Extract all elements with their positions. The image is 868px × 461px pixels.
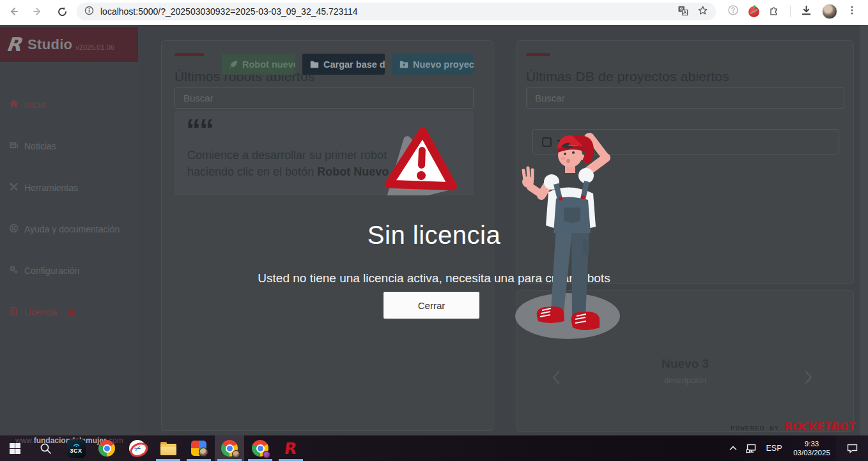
tray-chevron-up-icon[interactable] (725, 435, 741, 461)
taskbar-3cx-icon[interactable]: 3CX (61, 435, 91, 461)
news-icon (9, 140, 19, 152)
site-info-icon[interactable] (84, 6, 94, 18)
home-icon (9, 99, 19, 110)
license-doc-icon (9, 306, 19, 318)
page-viewport: R Studio v2025.01.06 Inicio Noticias Her… (0, 23, 868, 435)
quote-text: Comience a desarrollar su primer robot h… (187, 147, 389, 180)
warning-triangle-icon (382, 124, 460, 195)
sidebar-item-label: Inicio (24, 100, 45, 110)
url-text[interactable]: localhost:5000/?_202503030932=2025-03-03… (100, 6, 671, 17)
taskbar-chrome-secondary-icon[interactable] (245, 435, 275, 461)
rocket-icon (229, 60, 238, 68)
sidebar-item-licencia[interactable]: Licencia (0, 304, 138, 321)
rocketbot-wordmark: ROCKETBOT (784, 420, 855, 433)
product-version: v2025.01.06 (75, 43, 114, 51)
wifi-arcs-icon (72, 442, 81, 447)
download-icon[interactable] (800, 4, 812, 19)
browser-menu-icon[interactable] (847, 5, 857, 18)
db-panel-title: Últimas DB de proyectos abiertos (526, 69, 729, 84)
license-warning-icon (66, 306, 77, 318)
powered-by-label: POWERED BY (731, 425, 779, 432)
help-icon[interactable] (727, 4, 739, 19)
extensions-puzzle-icon[interactable] (769, 4, 780, 19)
toolbar-divider (790, 6, 791, 17)
robot-nuevo-button[interactable]: Robot nuevo (222, 54, 295, 75)
mascot-illustration (511, 130, 625, 342)
panel-accent-bar (526, 53, 550, 56)
folder-icon (310, 61, 319, 68)
modal-title: Sin licencia (0, 221, 868, 250)
nuevo-proyecto-button[interactable]: Nuevo proyecto (392, 54, 474, 75)
sidebar-item-herramientas[interactable]: Herramientas (0, 179, 138, 196)
back-icon[interactable] (6, 4, 20, 19)
tools-icon (9, 182, 19, 193)
tray-date: 03/03/2025 (793, 449, 830, 457)
sidebar-item-label: Noticias (24, 141, 56, 151)
quote-icon: ““ (186, 112, 213, 147)
taskbar: www.fundaciondelamujer.com 3CX ✂ (0, 435, 868, 461)
taskbar-google-app-icon[interactable] (184, 435, 213, 461)
action-center-icon[interactable] (836, 435, 868, 461)
cargar-db-button[interactable]: Cargar base de d (302, 54, 385, 75)
sidebar-item-label: Licencia (24, 307, 57, 317)
carousel-next-icon[interactable] (801, 368, 816, 386)
address-bar[interactable]: localhost:5000/?_202503030932=2025-03-03… (77, 3, 716, 20)
bookmark-star-icon[interactable] (697, 5, 708, 19)
folder-plus-icon (399, 61, 408, 68)
sidebar-item-noticias[interactable]: Noticias (0, 138, 138, 155)
start-button[interactable] (0, 435, 29, 461)
product-name: Studio (27, 36, 72, 53)
sidebar-item-inicio[interactable]: Inicio (0, 96, 138, 113)
taskbar-chrome-profile-icon[interactable] (215, 435, 244, 461)
cerrar-button[interactable]: Cerrar (384, 292, 479, 319)
db-search-input[interactable] (526, 87, 844, 109)
screen: localhost:5000/?_202503030932=2025-03-03… (0, 0, 868, 461)
taskbar-rocketbot-icon[interactable]: R (276, 435, 306, 461)
forward-icon[interactable] (31, 4, 45, 19)
carousel-prev-icon[interactable] (548, 368, 563, 386)
tray-time: 9:33 (805, 440, 819, 448)
tray-language[interactable]: ESP (761, 435, 787, 461)
profile-badge (232, 450, 240, 458)
taskbar-chrome-icon[interactable] (92, 435, 121, 461)
profile-avatar[interactable] (822, 4, 837, 19)
modal-message: Usted no tiene una licencia activa, nece… (0, 271, 868, 285)
tray-clock[interactable]: 9:3303/03/2025 (787, 435, 836, 461)
robots-search-input[interactable] (174, 87, 474, 109)
browser-toolbar: localhost:5000/?_202503030932=2025-03-03… (0, 0, 868, 23)
panel-accent-bar (174, 53, 204, 56)
translate-icon[interactable] (678, 5, 688, 19)
purple-profile-badge (263, 451, 270, 458)
rocketbot-logo: R (5, 33, 22, 56)
sidebar-item-label: Herramientas (24, 183, 78, 193)
sidebar-header: R Studio v2025.01.06 (0, 27, 138, 62)
taskbar-file-explorer-icon[interactable] (153, 435, 183, 461)
reload-icon[interactable] (55, 4, 69, 19)
adblock-extension-icon[interactable] (748, 6, 759, 17)
tray-network-icon[interactable] (741, 435, 761, 461)
powered-by: POWERED BY ROCKETBOT (731, 420, 855, 433)
taskbar-snipping-tool-icon[interactable]: ✂ (123, 435, 152, 461)
taskbar-search-icon[interactable] (31, 435, 60, 461)
